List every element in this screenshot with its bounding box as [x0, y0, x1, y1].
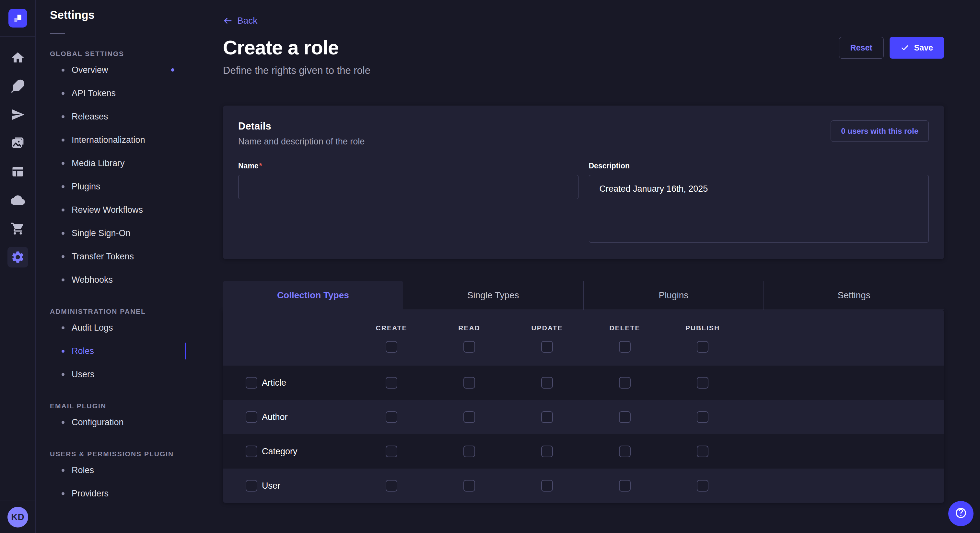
header-actions: Reset Save — [839, 37, 944, 59]
cart-icon[interactable] — [8, 218, 28, 239]
logo-area — [0, 0, 35, 36]
bullet-icon — [62, 69, 65, 71]
sidebar-item-users[interactable]: Users — [50, 363, 186, 386]
back-link[interactable]: Back — [223, 16, 257, 26]
cloud-icon[interactable] — [8, 190, 28, 211]
nav-section-administration-panel: ADMINISTRATION PANEL — [50, 308, 186, 316]
sidebar-item-roles-admin[interactable]: Roles — [50, 339, 186, 363]
tab-settings[interactable]: Settings — [764, 281, 944, 310]
page-header: Create a role Define the rights given to… — [223, 36, 944, 76]
check-icon — [900, 44, 909, 52]
author-create-checkbox[interactable] — [386, 411, 397, 423]
help-button[interactable] — [948, 501, 974, 526]
sidebar-item-configuration[interactable]: Configuration — [50, 411, 186, 434]
bullet-icon — [62, 255, 65, 258]
media-library-icon[interactable] — [8, 133, 28, 154]
row-category-checkbox[interactable] — [246, 446, 257, 457]
article-delete-checkbox[interactable] — [619, 377, 631, 389]
category-create-checkbox[interactable] — [386, 446, 397, 457]
layout-icon[interactable] — [8, 161, 28, 182]
sidebar-item-api-tokens[interactable]: API Tokens — [50, 82, 186, 105]
users-with-role-button[interactable]: 0 users with this role — [830, 121, 929, 142]
arrow-left-icon — [223, 16, 233, 25]
select-all-create-checkbox[interactable] — [386, 341, 397, 353]
bullet-icon — [62, 469, 65, 472]
article-publish-checkbox[interactable] — [697, 377, 708, 389]
sidebar-item-releases[interactable]: Releases — [50, 105, 186, 128]
article-read-checkbox[interactable] — [463, 377, 475, 389]
nav-title-divider — [50, 33, 65, 34]
details-fields: Name* Description Created January 16th, … — [238, 162, 929, 244]
sidebar-item-audit-logs[interactable]: Audit Logs — [50, 316, 186, 339]
sidebar-item-providers[interactable]: Providers — [50, 482, 186, 505]
article-update-checkbox[interactable] — [541, 377, 553, 389]
user-create-checkbox[interactable] — [386, 480, 397, 492]
column-delete: DELETE — [586, 310, 664, 366]
description-label: Description — [589, 162, 929, 170]
select-all-delete-checkbox[interactable] — [619, 341, 631, 353]
tab-plugins[interactable]: Plugins — [583, 281, 764, 310]
avatar[interactable]: KD — [8, 507, 28, 528]
row-author-checkbox[interactable] — [246, 411, 257, 423]
permissions-tabs: Collection Types Single Types Plugins Se… — [223, 281, 944, 310]
strip-user-area: KD — [0, 501, 35, 533]
save-button[interactable]: Save — [889, 37, 944, 59]
author-publish-checkbox[interactable] — [697, 411, 708, 423]
description-field-group: Description Created January 16th, 2025 — [589, 162, 929, 244]
bullet-icon — [62, 373, 65, 376]
category-publish-checkbox[interactable] — [697, 446, 708, 457]
strapi-logo[interactable] — [8, 9, 27, 27]
user-update-checkbox[interactable] — [541, 480, 553, 492]
sidebar-item-plugins[interactable]: Plugins — [50, 175, 186, 198]
paper-plane-icon[interactable] — [8, 104, 28, 125]
row-user-checkbox[interactable] — [246, 480, 257, 492]
page-subtitle: Define the rights given to the role — [223, 65, 371, 76]
author-read-checkbox[interactable] — [463, 411, 475, 423]
tab-collection-types[interactable]: Collection Types — [223, 281, 403, 310]
nav-section-users-permissions-plugin: USERS & PERMISSIONS PLUGIN — [50, 450, 186, 458]
tab-single-types[interactable]: Single Types — [403, 281, 583, 310]
details-card: Details Name and description of the role… — [223, 106, 944, 259]
strip-icon-nav — [0, 36, 35, 501]
sidebar-item-media-library[interactable]: Media Library — [50, 152, 186, 175]
description-textarea[interactable]: Created January 16th, 2025 — [589, 175, 929, 243]
reset-button[interactable]: Reset — [839, 37, 884, 59]
sidebar-item-overview[interactable]: Overview — [50, 58, 186, 82]
category-delete-checkbox[interactable] — [619, 446, 631, 457]
select-all-read-checkbox[interactable] — [463, 341, 475, 353]
column-update: UPDATE — [508, 310, 586, 366]
row-article-checkbox[interactable] — [246, 377, 257, 389]
question-mark-icon — [955, 508, 967, 520]
home-icon[interactable] — [8, 47, 28, 68]
select-all-update-checkbox[interactable] — [541, 341, 553, 353]
sidebar-item-review-workflows[interactable]: Review Workflows — [50, 198, 186, 222]
sidebar-item-webhooks[interactable]: Webhooks — [50, 268, 186, 292]
name-input[interactable] — [238, 175, 579, 199]
bullet-icon — [62, 115, 65, 118]
category-update-checkbox[interactable] — [541, 446, 553, 457]
user-publish-checkbox[interactable] — [697, 480, 708, 492]
author-update-checkbox[interactable] — [541, 411, 553, 423]
nav-section-global-settings: GLOBAL SETTINGS — [50, 50, 186, 58]
author-delete-checkbox[interactable] — [619, 411, 631, 423]
permissions-table: CREATE READ UPDATE DELETE PUBLISH — [223, 310, 944, 503]
bullet-icon — [62, 185, 65, 188]
sidebar-item-single-sign-on[interactable]: Single Sign-On — [50, 222, 186, 245]
active-item-indicator — [185, 343, 186, 359]
article-create-checkbox[interactable] — [386, 377, 397, 389]
select-all-publish-checkbox[interactable] — [697, 341, 708, 353]
bullet-icon — [62, 209, 65, 211]
bullet-icon — [62, 139, 65, 141]
bullet-icon — [62, 162, 65, 165]
user-delete-checkbox[interactable] — [619, 480, 631, 492]
table-row-author: Author — [223, 400, 944, 434]
column-publish: PUBLISH — [664, 310, 741, 366]
sidebar-item-transfer-tokens[interactable]: Transfer Tokens — [50, 245, 186, 268]
sidebar-item-internationalization[interactable]: Internationalization — [50, 128, 186, 152]
gear-icon[interactable] — [8, 247, 28, 268]
bullet-icon — [62, 232, 65, 235]
user-read-checkbox[interactable] — [463, 480, 475, 492]
sidebar-item-roles-up[interactable]: Roles — [50, 458, 186, 482]
feather-icon[interactable] — [8, 76, 28, 97]
category-read-checkbox[interactable] — [463, 446, 475, 457]
